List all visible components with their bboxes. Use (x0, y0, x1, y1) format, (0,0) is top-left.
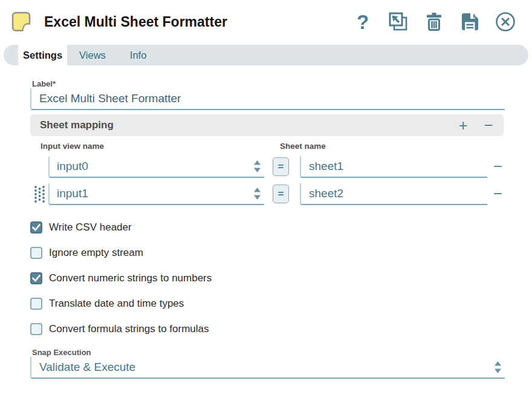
sheet-mapping-title: Sheet mapping (40, 119, 114, 131)
sheet-mapping-column-headers: Input view name Sheet name (30, 142, 504, 151)
delete-icon[interactable] (423, 10, 445, 33)
tab-views[interactable]: Views (67, 45, 118, 65)
snap-execution-select[interactable]: Validate & Execute (30, 357, 505, 379)
sheet-name-input[interactable]: sheet1 (300, 156, 487, 178)
checkbox[interactable] (30, 298, 42, 310)
input-view-select[interactable]: input0 (48, 156, 264, 178)
checkbox-label: Write CSV header (49, 221, 132, 234)
checkbox-row: Ignore empty stream (30, 246, 505, 259)
checkbox-row: Translate date and time types (30, 297, 505, 310)
label-field-label: Label* (32, 79, 505, 88)
input-view-value: input1 (57, 187, 88, 200)
spinner-icon[interactable] (254, 188, 261, 200)
sticky-note-icon (8, 9, 34, 34)
options-list: Write CSV header Ignore empty stream Con… (30, 221, 505, 335)
column-header-sheet-name: Sheet name (280, 142, 326, 151)
checkbox-label: Convert numeric strings to numbers (49, 272, 212, 284)
settings-panel: Label* Excel Multi Sheet Formatter Sheet… (0, 65, 532, 379)
spinner-icon[interactable] (495, 361, 501, 373)
sheet-mapping-header: Sheet mapping + − (30, 114, 504, 136)
snap-execution-value: Validate & Execute (39, 361, 135, 374)
spinner-icon[interactable] (254, 160, 261, 172)
mapping-row: input1 = sheet2 − (30, 178, 504, 205)
checkbox-label: Translate date and time types (49, 298, 184, 310)
sheet-mapping-section: Sheet mapping + − Input view name Sheet … (30, 114, 504, 205)
checkbox[interactable] (30, 247, 42, 259)
equals-button[interactable]: = (273, 185, 289, 203)
save-icon[interactable] (459, 10, 481, 33)
dialog-header: Excel Multi Sheet Formatter ? (0, 0, 532, 35)
snap-execution-group: Snap Execution Validate & Execute (30, 348, 505, 379)
checkbox[interactable] (30, 221, 42, 234)
tab-bar: Settings Views Info (4, 45, 528, 65)
delete-mapping-row-icon[interactable]: − (493, 186, 502, 201)
help-icon[interactable]: ? (352, 10, 374, 33)
mapping-row: input0 = sheet1 − (30, 151, 504, 178)
remove-row-button[interactable]: − (481, 117, 496, 133)
checkbox-row: Convert numeric strings to numbers (30, 272, 505, 284)
input-view-select[interactable]: input1 (48, 183, 264, 205)
delete-mapping-row-icon[interactable]: − (493, 159, 502, 174)
popout-icon[interactable] (388, 10, 409, 33)
checkbox-row: Write CSV header (30, 221, 505, 234)
tab-info[interactable]: Info (118, 45, 159, 65)
checkbox-row: Convert formula strings to formulas (30, 322, 505, 335)
input-view-value: input0 (57, 160, 88, 173)
snap-execution-label: Snap Execution (32, 348, 505, 357)
tab-bar-cap (4, 45, 18, 65)
drag-handle-icon[interactable] (30, 183, 48, 205)
tab-settings[interactable]: Settings (18, 45, 67, 65)
equals-button[interactable]: = (273, 157, 289, 176)
dialog-title: Excel Multi Sheet Formatter (44, 14, 227, 30)
close-icon[interactable] (495, 10, 516, 33)
header-actions: ? (352, 10, 516, 33)
checkbox-label: Convert formula strings to formulas (49, 323, 209, 335)
add-row-button[interactable]: + (455, 117, 471, 133)
label-field-input[interactable]: Excel Multi Sheet Formatter (30, 88, 505, 110)
sheet-name-input[interactable]: sheet2 (300, 183, 487, 205)
checkbox-label: Ignore empty stream (49, 247, 143, 259)
checkbox[interactable] (30, 272, 42, 284)
checkbox[interactable] (30, 323, 42, 335)
column-header-input-view: Input view name (41, 142, 280, 151)
